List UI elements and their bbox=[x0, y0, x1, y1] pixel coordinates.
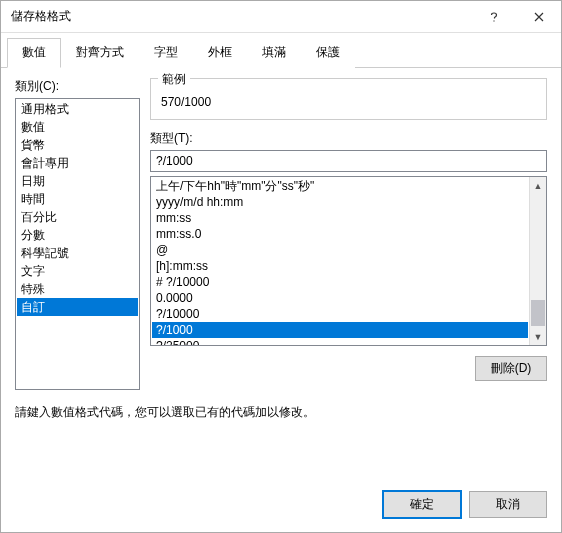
scroll-up-icon[interactable]: ▲ bbox=[530, 177, 546, 194]
type-item[interactable]: yyyy/m/d hh:mm bbox=[152, 194, 528, 210]
delete-button[interactable]: 刪除(D) bbox=[475, 356, 547, 381]
type-item[interactable]: ?/1000 bbox=[152, 322, 528, 338]
tab-number[interactable]: 數值 bbox=[7, 38, 61, 68]
tab-bar: 數值 對齊方式 字型 外框 填滿 保護 bbox=[1, 37, 561, 68]
category-item[interactable]: 通用格式 bbox=[17, 100, 138, 118]
category-item[interactable]: 百分比 bbox=[17, 208, 138, 226]
cancel-button[interactable]: 取消 bbox=[469, 491, 547, 518]
category-item[interactable]: 文字 bbox=[17, 262, 138, 280]
type-input[interactable] bbox=[150, 150, 547, 172]
scroll-down-icon[interactable]: ▼ bbox=[530, 328, 546, 345]
type-item[interactable]: 上午/下午hh"時"mm"分"ss"秒" bbox=[152, 178, 528, 194]
scroll-thumb[interactable] bbox=[531, 300, 545, 326]
category-item[interactable]: 日期 bbox=[17, 172, 138, 190]
dialog-body: 類別(C): 通用格式數值貨幣會計專用日期時間百分比分數科學記號文字特殊自訂 範… bbox=[1, 68, 561, 477]
type-item[interactable]: ?/10000 bbox=[152, 306, 528, 322]
category-list[interactable]: 通用格式數值貨幣會計專用日期時間百分比分數科學記號文字特殊自訂 bbox=[15, 98, 140, 390]
type-item[interactable]: [h]:mm:ss bbox=[152, 258, 528, 274]
type-label: 類型(T): bbox=[150, 130, 547, 147]
format-cells-dialog: 儲存格格式 數值 對齊方式 字型 外框 填滿 保護 類別(C): 通用格式數值貨… bbox=[0, 0, 562, 533]
help-button[interactable] bbox=[471, 1, 516, 32]
type-item[interactable]: @ bbox=[152, 242, 528, 258]
category-item[interactable]: 會計專用 bbox=[17, 154, 138, 172]
category-item[interactable]: 自訂 bbox=[17, 298, 138, 316]
dialog-title: 儲存格格式 bbox=[11, 8, 471, 25]
titlebar: 儲存格格式 bbox=[1, 1, 561, 33]
tab-font[interactable]: 字型 bbox=[139, 38, 193, 68]
tab-fill[interactable]: 填滿 bbox=[247, 38, 301, 68]
category-label: 類別(C): bbox=[15, 78, 140, 95]
titlebar-buttons bbox=[471, 1, 561, 32]
scrollbar[interactable]: ▲ ▼ bbox=[529, 177, 546, 345]
type-list[interactable]: 上午/下午hh"時"mm"分"ss"秒"yyyy/m/d hh:mmmm:ssm… bbox=[150, 176, 547, 346]
close-button[interactable] bbox=[516, 1, 561, 32]
category-item[interactable]: 時間 bbox=[17, 190, 138, 208]
sample-box: 範例 570/1000 bbox=[150, 78, 547, 120]
tab-border[interactable]: 外框 bbox=[193, 38, 247, 68]
ok-button[interactable]: 確定 bbox=[383, 491, 461, 518]
category-item[interactable]: 特殊 bbox=[17, 280, 138, 298]
tab-alignment[interactable]: 對齊方式 bbox=[61, 38, 139, 68]
type-item[interactable]: # ?/10000 bbox=[152, 274, 528, 290]
category-item[interactable]: 分數 bbox=[17, 226, 138, 244]
type-item[interactable]: mm:ss.0 bbox=[152, 226, 528, 242]
scroll-track[interactable] bbox=[530, 194, 546, 328]
type-item[interactable]: ?/25000 bbox=[152, 338, 528, 345]
sample-label: 範例 bbox=[158, 71, 190, 88]
dialog-footer: 確定 取消 bbox=[1, 477, 561, 532]
tab-protection[interactable]: 保護 bbox=[301, 38, 355, 68]
hint-text: 請鍵入數值格式代碼，您可以選取已有的代碼加以修改。 bbox=[15, 404, 547, 421]
sample-value: 570/1000 bbox=[161, 95, 536, 109]
category-item[interactable]: 貨幣 bbox=[17, 136, 138, 154]
type-item[interactable]: 0.0000 bbox=[152, 290, 528, 306]
category-item[interactable]: 科學記號 bbox=[17, 244, 138, 262]
category-item[interactable]: 數值 bbox=[17, 118, 138, 136]
type-item[interactable]: mm:ss bbox=[152, 210, 528, 226]
